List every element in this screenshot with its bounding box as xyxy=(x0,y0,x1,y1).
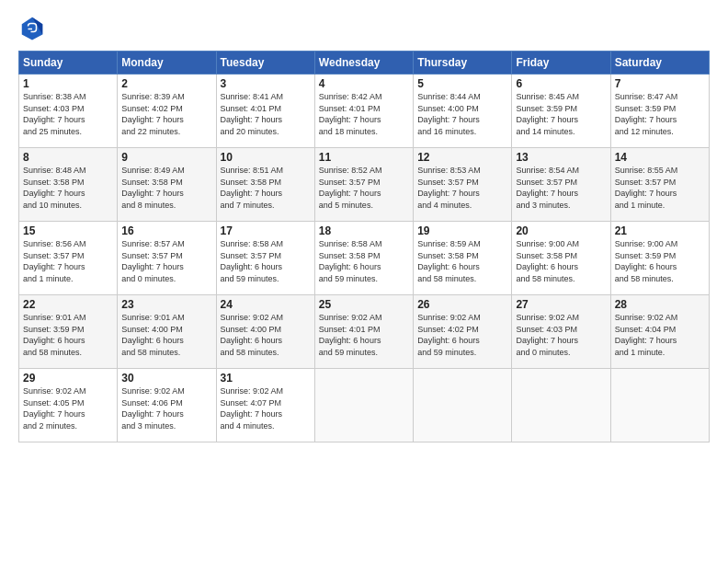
day-number: 20 xyxy=(516,224,606,237)
cell-info: Sunrise: 8:47 AMSunset: 3:59 PMDaylight:… xyxy=(615,91,705,137)
cell-info: Sunrise: 9:02 AMSunset: 4:06 PMDaylight:… xyxy=(121,385,211,431)
calendar-header-saturday: Saturday xyxy=(610,52,709,75)
calendar-cell: 1Sunrise: 8:38 AMSunset: 4:03 PMDaylight… xyxy=(19,75,118,148)
calendar-header-tuesday: Tuesday xyxy=(216,52,314,75)
calendar-header-monday: Monday xyxy=(118,52,216,75)
calendar-cell: 5Sunrise: 8:44 AMSunset: 4:00 PMDaylight… xyxy=(414,75,512,148)
calendar-cell: 12Sunrise: 8:53 AMSunset: 3:57 PMDayligh… xyxy=(414,148,512,222)
calendar-cell: 8Sunrise: 8:48 AMSunset: 3:58 PMDaylight… xyxy=(19,148,118,222)
day-number: 10 xyxy=(221,151,311,164)
calendar-cell: 27Sunrise: 9:02 AMSunset: 4:03 PMDayligh… xyxy=(512,295,610,369)
day-number: 9 xyxy=(121,151,211,164)
calendar-week-3: 15Sunrise: 8:56 AMSunset: 3:57 PMDayligh… xyxy=(19,222,710,295)
cell-info: Sunrise: 9:02 AMSunset: 4:02 PMDaylight:… xyxy=(417,312,507,358)
cell-info: Sunrise: 9:01 AMSunset: 4:00 PMDaylight:… xyxy=(121,312,211,358)
cell-info: Sunrise: 9:00 AMSunset: 3:58 PMDaylight:… xyxy=(516,238,606,284)
day-number: 2 xyxy=(121,77,211,90)
cell-info: Sunrise: 8:38 AMSunset: 4:03 PMDaylight:… xyxy=(23,91,113,137)
day-number: 27 xyxy=(516,298,606,311)
day-number: 30 xyxy=(121,372,211,385)
day-number: 1 xyxy=(23,77,113,90)
cell-info: Sunrise: 8:58 AMSunset: 3:58 PMDaylight:… xyxy=(319,238,409,284)
day-number: 17 xyxy=(221,224,311,237)
calendar-header-sunday: Sunday xyxy=(19,52,118,75)
day-number: 11 xyxy=(319,151,409,164)
calendar-week-2: 8Sunrise: 8:48 AMSunset: 3:58 PMDaylight… xyxy=(19,148,710,222)
day-number: 19 xyxy=(417,224,507,237)
calendar-cell: 11Sunrise: 8:52 AMSunset: 3:57 PMDayligh… xyxy=(314,148,413,222)
calendar-cell xyxy=(512,369,610,442)
day-number: 21 xyxy=(615,224,705,237)
day-number: 25 xyxy=(319,298,409,311)
calendar-cell xyxy=(314,369,413,442)
day-number: 4 xyxy=(319,77,409,90)
cell-info: Sunrise: 9:02 AMSunset: 4:01 PMDaylight:… xyxy=(319,312,409,358)
cell-info: Sunrise: 8:42 AMSunset: 4:01 PMDaylight:… xyxy=(319,91,409,137)
calendar-cell: 25Sunrise: 9:02 AMSunset: 4:01 PMDayligh… xyxy=(314,295,413,369)
logo xyxy=(18,14,50,41)
day-number: 8 xyxy=(23,151,113,164)
calendar-week-5: 29Sunrise: 9:02 AMSunset: 4:05 PMDayligh… xyxy=(19,369,710,442)
calendar-cell: 9Sunrise: 8:49 AMSunset: 3:58 PMDaylight… xyxy=(118,148,216,222)
cell-info: Sunrise: 9:02 AMSunset: 4:07 PMDaylight:… xyxy=(221,385,311,431)
day-number: 6 xyxy=(516,77,606,90)
day-number: 16 xyxy=(121,224,211,237)
calendar-cell: 23Sunrise: 9:01 AMSunset: 4:00 PMDayligh… xyxy=(118,295,216,369)
day-number: 26 xyxy=(417,298,507,311)
calendar-cell: 15Sunrise: 8:56 AMSunset: 3:57 PMDayligh… xyxy=(19,222,118,295)
cell-info: Sunrise: 8:56 AMSunset: 3:57 PMDaylight:… xyxy=(23,238,113,284)
calendar-header-friday: Friday xyxy=(512,52,610,75)
day-number: 29 xyxy=(23,372,113,385)
calendar-cell: 22Sunrise: 9:01 AMSunset: 3:59 PMDayligh… xyxy=(19,295,118,369)
day-number: 7 xyxy=(615,77,705,90)
calendar-cell: 19Sunrise: 8:59 AMSunset: 3:58 PMDayligh… xyxy=(414,222,512,295)
cell-info: Sunrise: 9:00 AMSunset: 3:59 PMDaylight:… xyxy=(615,238,705,284)
day-number: 31 xyxy=(221,372,311,385)
cell-info: Sunrise: 8:49 AMSunset: 3:58 PMDaylight:… xyxy=(121,165,211,211)
calendar-cell: 28Sunrise: 9:02 AMSunset: 4:04 PMDayligh… xyxy=(610,295,709,369)
day-number: 3 xyxy=(221,77,311,90)
day-number: 28 xyxy=(615,298,705,311)
cell-info: Sunrise: 8:54 AMSunset: 3:57 PMDaylight:… xyxy=(516,165,606,211)
calendar-cell: 10Sunrise: 8:51 AMSunset: 3:58 PMDayligh… xyxy=(216,148,314,222)
calendar-header-thursday: Thursday xyxy=(414,52,512,75)
cell-info: Sunrise: 8:59 AMSunset: 3:58 PMDaylight:… xyxy=(417,238,507,284)
calendar-cell: 4Sunrise: 8:42 AMSunset: 4:01 PMDaylight… xyxy=(314,75,413,148)
calendar-cell: 6Sunrise: 8:45 AMSunset: 3:59 PMDaylight… xyxy=(512,75,610,148)
calendar-cell xyxy=(414,369,512,442)
calendar-cell: 18Sunrise: 8:58 AMSunset: 3:58 PMDayligh… xyxy=(314,222,413,295)
day-number: 12 xyxy=(417,151,507,164)
cell-info: Sunrise: 9:02 AMSunset: 4:03 PMDaylight:… xyxy=(516,312,606,358)
calendar-cell: 14Sunrise: 8:55 AMSunset: 3:57 PMDayligh… xyxy=(610,148,709,222)
cell-info: Sunrise: 8:53 AMSunset: 3:57 PMDaylight:… xyxy=(417,165,507,211)
cell-info: Sunrise: 8:45 AMSunset: 3:59 PMDaylight:… xyxy=(516,91,606,137)
calendar-header-wednesday: Wednesday xyxy=(314,52,413,75)
calendar-week-1: 1Sunrise: 8:38 AMSunset: 4:03 PMDaylight… xyxy=(19,75,710,148)
calendar-cell: 20Sunrise: 9:00 AMSunset: 3:58 PMDayligh… xyxy=(512,222,610,295)
cell-info: Sunrise: 8:39 AMSunset: 4:02 PMDaylight:… xyxy=(121,91,211,137)
calendar-cell: 13Sunrise: 8:54 AMSunset: 3:57 PMDayligh… xyxy=(512,148,610,222)
header xyxy=(18,14,710,41)
cell-info: Sunrise: 8:41 AMSunset: 4:01 PMDaylight:… xyxy=(221,91,311,137)
cell-info: Sunrise: 8:51 AMSunset: 3:58 PMDaylight:… xyxy=(221,165,311,211)
calendar-cell: 7Sunrise: 8:47 AMSunset: 3:59 PMDaylight… xyxy=(610,75,709,148)
cell-info: Sunrise: 9:02 AMSunset: 4:04 PMDaylight:… xyxy=(615,312,705,358)
cell-info: Sunrise: 8:44 AMSunset: 4:00 PMDaylight:… xyxy=(417,91,507,137)
cell-info: Sunrise: 8:58 AMSunset: 3:57 PMDaylight:… xyxy=(221,238,311,284)
day-number: 24 xyxy=(221,298,311,311)
cell-info: Sunrise: 9:02 AMSunset: 4:05 PMDaylight:… xyxy=(23,385,113,431)
cell-info: Sunrise: 8:52 AMSunset: 3:57 PMDaylight:… xyxy=(319,165,409,211)
cell-info: Sunrise: 8:57 AMSunset: 3:57 PMDaylight:… xyxy=(121,238,211,284)
day-number: 22 xyxy=(23,298,113,311)
calendar-cell: 30Sunrise: 9:02 AMSunset: 4:06 PMDayligh… xyxy=(118,369,216,442)
day-number: 5 xyxy=(417,77,507,90)
calendar-cell: 21Sunrise: 9:00 AMSunset: 3:59 PMDayligh… xyxy=(610,222,709,295)
calendar-header-row: SundayMondayTuesdayWednesdayThursdayFrid… xyxy=(19,52,710,75)
cell-info: Sunrise: 8:55 AMSunset: 3:57 PMDaylight:… xyxy=(615,165,705,211)
calendar-week-4: 22Sunrise: 9:01 AMSunset: 3:59 PMDayligh… xyxy=(19,295,710,369)
calendar-cell: 17Sunrise: 8:58 AMSunset: 3:57 PMDayligh… xyxy=(216,222,314,295)
logo-icon xyxy=(18,14,46,41)
day-number: 23 xyxy=(121,298,211,311)
calendar-cell: 24Sunrise: 9:02 AMSunset: 4:00 PMDayligh… xyxy=(216,295,314,369)
calendar-cell: 31Sunrise: 9:02 AMSunset: 4:07 PMDayligh… xyxy=(216,369,314,442)
